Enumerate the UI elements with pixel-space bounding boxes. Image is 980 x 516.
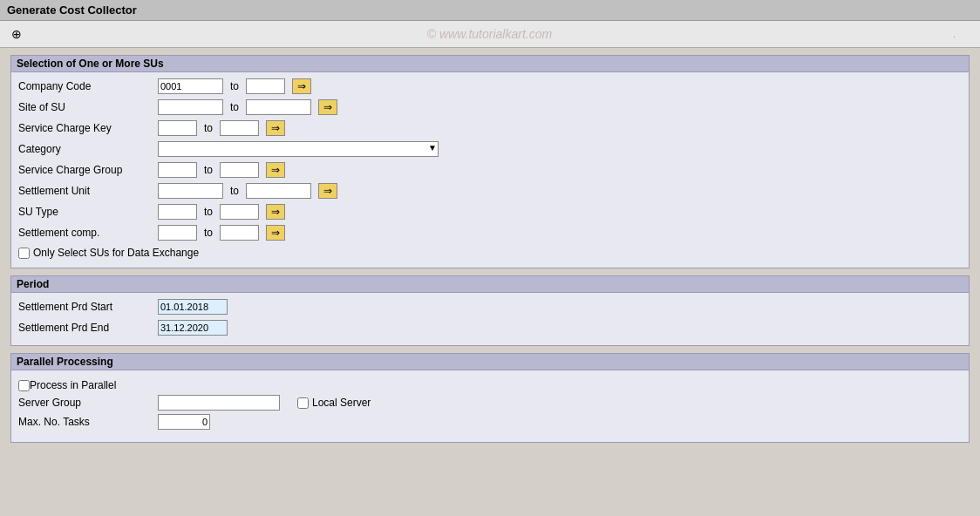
company-code-to[interactable] [246,78,285,94]
service-charge-group-arrow-btn[interactable]: ⇒ [266,162,285,178]
server-group-input[interactable] [158,395,280,411]
settlement-comp-from[interactable] [158,225,197,241]
prd-end-label: Settlement Prd End [18,322,158,334]
category-label: Category [18,143,158,155]
data-exchange-label: Only Select SUs for Data Exchange [33,247,199,259]
period-section-header: Period [11,276,969,293]
service-charge-group-label: Service Charge Group [18,164,158,176]
site-su-arrow-btn[interactable]: ⇒ [318,99,337,115]
settlement-comp-label: Settlement comp. [18,227,158,239]
process-parallel-row: Process in Parallel [18,379,962,391]
settlement-unit-row: Settlement Unit to ⇒ [18,182,962,200]
prd-end-row: Settlement Prd End [18,319,962,336]
process-parallel-checkbox[interactable] [18,380,30,391]
site-su-to-label: to [230,101,239,113]
selection-section-body: Company Code to ⇒ Site of SU to ⇒ Servic… [11,72,969,268]
service-charge-key-from[interactable] [158,120,197,136]
settlement-unit-label: Settlement Unit [18,185,158,197]
su-type-label: SU Type [18,206,158,218]
company-code-arrow-btn[interactable]: ⇒ [292,78,311,94]
service-charge-key-to[interactable] [220,120,259,136]
su-type-to[interactable] [220,204,259,220]
site-su-from[interactable] [158,99,223,115]
local-server-check: Local Server [297,397,371,409]
prd-start-input[interactable] [158,299,228,315]
main-content: Selection of One or More SUs Company Cod… [0,48,980,516]
process-parallel-label: Process in Parallel [30,379,116,391]
su-type-arrow-btn[interactable]: ⇒ [266,204,285,220]
company-code-label: Company Code [18,80,158,92]
parallel-section: Parallel Processing Process in Parallel … [10,353,970,443]
toolbar-icon[interactable]: ⊕ [7,24,26,44]
page-title: Generate Cost Collector [7,3,137,17]
parallel-section-header: Parallel Processing [11,354,969,370]
prd-start-row: Settlement Prd Start [18,298,962,316]
server-group-row: Server Group Local Server [18,395,962,411]
period-section: Period Settlement Prd Start Settlement P… [10,275,970,346]
settlement-unit-arrow-btn[interactable]: ⇒ [318,183,337,199]
watermark: © www.tutorialkart.com [26,27,953,41]
local-server-checkbox[interactable] [297,397,309,409]
selection-section: Selection of One or More SUs Company Cod… [10,55,970,268]
company-code-row: Company Code to ⇒ [18,78,962,95]
settlement-comp-arrow-btn[interactable]: ⇒ [266,225,285,241]
company-code-from[interactable] [158,78,223,94]
max-tasks-label: Max. No. Tasks [18,416,158,428]
site-su-row: Site of SU to ⇒ [18,98,962,116]
settlement-comp-to[interactable] [220,225,259,241]
server-group-label: Server Group [18,397,158,409]
max-tasks-row: Max. No. Tasks [18,414,962,430]
prd-start-label: Settlement Prd Start [18,301,158,313]
settlement-unit-from[interactable] [158,183,223,199]
data-exchange-checkbox-row: Only Select SUs for Data Exchange [18,247,962,259]
settlement-unit-to-label: to [230,185,239,197]
site-su-label: Site of SU [18,101,158,113]
toolbar: ⊕ © www.tutorialkart.com . [0,21,980,48]
service-charge-key-label: Service Charge Key [18,122,158,134]
title-bar: Generate Cost Collector [0,0,980,21]
data-exchange-checkbox[interactable] [18,248,30,259]
max-tasks-input[interactable] [158,414,210,430]
su-type-row: SU Type to ⇒ [18,203,962,221]
category-row: Category ▼ [18,140,962,158]
category-select-wrapper: ▼ [158,141,439,157]
service-charge-key-arrow-btn[interactable]: ⇒ [266,120,285,136]
service-charge-key-to-label: to [204,122,213,134]
settlement-unit-to[interactable] [246,183,311,199]
settlement-comp-to-label: to [204,227,213,239]
period-section-body: Settlement Prd Start Settlement Prd End [11,293,969,345]
service-charge-group-from[interactable] [158,162,197,178]
local-server-label: Local Server [312,397,371,409]
parallel-section-body: Process in Parallel Server Group Local S… [11,370,969,442]
category-select[interactable] [158,141,439,157]
settlement-comp-row: Settlement comp. to ⇒ [18,224,962,241]
service-charge-key-row: Service Charge Key to ⇒ [18,119,962,137]
prd-end-input[interactable] [158,320,228,336]
su-type-from[interactable] [158,204,197,220]
company-code-to-label: to [230,80,239,92]
selection-section-header: Selection of One or More SUs [11,56,969,72]
service-charge-group-to-label: to [204,164,213,176]
site-su-to[interactable] [246,99,311,115]
service-charge-group-row: Service Charge Group to ⇒ [18,161,962,179]
back-icon: ⊕ [11,27,22,41]
service-charge-group-to[interactable] [220,162,259,178]
su-type-to-label: to [204,206,213,218]
